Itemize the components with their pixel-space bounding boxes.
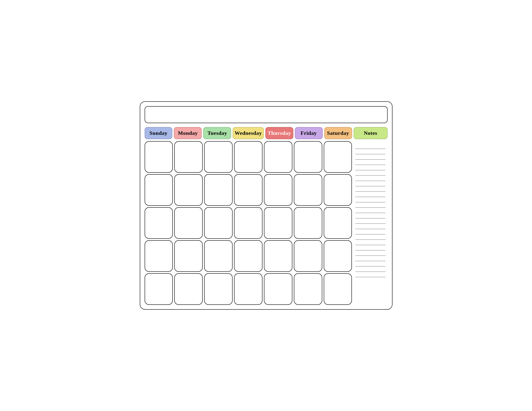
cell-r4-sat[interactable] — [324, 240, 352, 272]
cell-r2-sun[interactable] — [145, 174, 173, 206]
cell-r5-mon[interactable] — [174, 273, 203, 305]
cell-r1-thu[interactable] — [264, 141, 292, 173]
cell-r3-mon[interactable] — [174, 207, 203, 239]
calendar-outer: Sunday Monday Tuesday Wednesday Thursday… — [140, 101, 392, 310]
note-line — [355, 192, 385, 197]
note-line — [355, 186, 385, 192]
note-line — [355, 170, 385, 176]
title-area[interactable] — [145, 106, 388, 123]
cell-r3-sat[interactable] — [324, 207, 352, 239]
header-friday: Friday — [295, 127, 323, 139]
note-line — [355, 261, 385, 266]
note-line — [355, 266, 385, 272]
cell-r1-sun[interactable] — [145, 141, 173, 173]
note-line — [355, 159, 385, 165]
note-line — [355, 197, 385, 202]
note-line — [355, 251, 385, 256]
notes-column[interactable] — [353, 141, 387, 305]
note-line — [355, 224, 385, 229]
cell-r4-sun[interactable] — [145, 240, 173, 272]
note-line — [355, 176, 385, 181]
note-line — [355, 256, 385, 261]
note-line — [355, 234, 385, 240]
header-wednesday: Wednesday — [233, 127, 264, 139]
cell-r5-sat[interactable] — [324, 273, 352, 305]
cell-r2-thu[interactable] — [264, 174, 292, 206]
cell-r4-mon[interactable] — [174, 240, 203, 272]
headers-row: Sunday Monday Tuesday Wednesday Thursday… — [145, 127, 388, 139]
note-line — [355, 208, 385, 213]
cell-r5-sun[interactable] — [145, 273, 173, 305]
header-tuesday: Tuesday — [203, 127, 231, 139]
cell-r1-wed[interactable] — [234, 141, 263, 173]
note-line — [355, 272, 385, 277]
cell-r4-tue[interactable] — [204, 240, 233, 272]
note-line — [355, 240, 385, 245]
calendar-grid — [145, 141, 388, 305]
cell-r2-fri[interactable] — [294, 174, 322, 206]
cell-r1-mon[interactable] — [174, 141, 203, 173]
cell-r5-tue[interactable] — [204, 273, 233, 305]
note-line — [355, 202, 385, 208]
cell-r1-fri[interactable] — [294, 141, 322, 173]
note-line — [355, 154, 385, 159]
cell-r2-sat[interactable] — [324, 174, 352, 206]
cell-r5-wed[interactable] — [234, 273, 263, 305]
note-line — [355, 213, 385, 218]
cell-r3-sun[interactable] — [145, 207, 173, 239]
cell-r4-wed[interactable] — [234, 240, 263, 272]
cell-r1-sat[interactable] — [324, 141, 352, 173]
note-line — [355, 181, 385, 186]
cell-r4-fri[interactable] — [294, 240, 322, 272]
cell-r3-fri[interactable] — [294, 207, 322, 239]
note-line — [355, 245, 385, 251]
header-thursday: Thursday — [266, 127, 293, 139]
note-line — [355, 218, 385, 224]
cell-r2-wed[interactable] — [234, 174, 263, 206]
cell-r2-mon[interactable] — [174, 174, 203, 206]
cell-r4-thu[interactable] — [264, 240, 292, 272]
header-monday: Monday — [174, 127, 202, 139]
header-saturday: Saturday — [324, 127, 352, 139]
note-line — [355, 229, 385, 234]
cell-r3-tue[interactable] — [204, 207, 233, 239]
header-notes: Notes — [354, 127, 388, 139]
header-sunday: Sunday — [145, 127, 172, 139]
note-line — [355, 165, 385, 170]
cell-r3-wed[interactable] — [234, 207, 263, 239]
note-line — [355, 149, 385, 154]
cell-r2-tue[interactable] — [204, 174, 233, 206]
calendar-wrapper: Sunday Monday Tuesday Wednesday Thursday… — [133, 94, 400, 317]
cell-r5-thu[interactable] — [264, 273, 292, 305]
cell-r5-fri[interactable] — [294, 273, 322, 305]
note-line — [355, 144, 385, 149]
cell-r3-thu[interactable] — [264, 207, 292, 239]
cell-r1-tue[interactable] — [204, 141, 233, 173]
